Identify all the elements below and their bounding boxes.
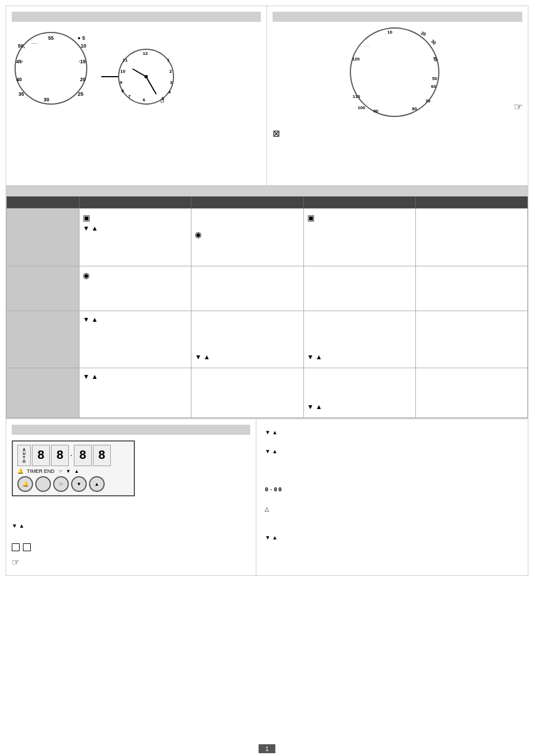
btn-timer-end[interactable] (35, 476, 51, 492)
row1-arrows1: ▼ ▲ (83, 224, 188, 232)
row3-text1 (83, 326, 188, 364)
time-display: 0·00 (265, 487, 283, 493)
row3-text3 (307, 316, 412, 354)
dial-dots: ····· (31, 41, 38, 46)
bell-sym: △ (265, 506, 269, 512)
bottom-row: A U T O 8 8 · 8 8 🔔 TIMER END ☞ ▼ (6, 419, 528, 576)
row4-arrows3: ▼ ▲ (307, 403, 412, 411)
clock-num-4: 4 (168, 90, 171, 95)
dial-label-50: 50, (18, 43, 25, 49)
btn-hand[interactable]: ☞ (53, 476, 69, 492)
clock-arrow-line (101, 76, 118, 77)
row-4-col-4 (416, 368, 528, 418)
row-1-col-2: ◉ (191, 209, 303, 266)
dial-label-10: 10 (81, 43, 86, 49)
small-squares-row (12, 543, 250, 551)
row4-arrows1: ▼ ▲ (83, 373, 188, 381)
row-3-col-1: ▼ ▲ (79, 311, 191, 369)
row1-text1 (83, 238, 188, 261)
digit-2: 8 (51, 445, 69, 466)
digit-sep: · (70, 453, 73, 459)
dial-label-30: 30 (44, 97, 49, 102)
br-line-10 (265, 514, 519, 523)
row4-text2 (195, 373, 299, 403)
row-3-label (7, 311, 79, 369)
panel-left-header (12, 12, 261, 22)
clock-num-1: 1 (167, 58, 170, 63)
bl-text-4 (12, 530, 250, 540)
auto-text: A (22, 448, 25, 452)
row-1-col-4 (416, 209, 528, 266)
row-2-col-4 (416, 266, 528, 311)
br-line-7: 0·00 (265, 485, 519, 495)
timer-end-label: TIMER END (27, 468, 55, 474)
dial-label-40: 40 (16, 77, 22, 82)
clock-num-8: 8 (121, 88, 124, 93)
br-line-1: ▼ ▲ (265, 428, 519, 437)
br-line-9: △ (265, 504, 519, 514)
dial-label-5: 5 (82, 35, 85, 41)
up-arrow-btn-label: ▲ (74, 468, 79, 474)
col-header-2 (191, 196, 303, 209)
row-1-col-1: ▣ ▼ ▲ (79, 209, 191, 266)
bottom-left-header (12, 425, 250, 435)
auto-text3: T (23, 456, 25, 459)
bottom-left-text: ▼ ▲ ☞ (12, 502, 250, 570)
br-arrows-3: ▼ ▲ (265, 534, 278, 541)
hand-icon-bottom: ☞ (12, 555, 250, 570)
minute-dial-container: 55 ● 5 50, 10 45· ·15 40 20 35 25 30 ···… (12, 26, 90, 105)
display-panel: A U T O 8 8 · 8 8 🔔 TIMER END ☞ ▼ (12, 440, 135, 496)
dial-label-20: 20 (80, 77, 86, 82)
temp-10: 10 (387, 30, 392, 35)
dial-label-55: 55 (48, 35, 54, 41)
row-2-label (7, 266, 79, 311)
temp-dial: 10 20 30 40 50 60 70 80 90 100 110 120 ·… (350, 27, 439, 117)
row3-arrows1: ▼ ▲ (83, 316, 188, 323)
temp-40: 40 (432, 55, 438, 62)
br-line-12: ▼ ▲ (265, 533, 519, 542)
row1-icon1: ▣ (83, 213, 188, 222)
hand-icon-label: ☞ (58, 468, 63, 474)
row2-icon1: ◉ (83, 271, 188, 280)
clock-num-2: 2 (170, 69, 172, 74)
clock-center (144, 75, 148, 78)
mid-header (6, 186, 528, 196)
small-square-2 (23, 543, 31, 551)
clock-num-7: 7 (128, 94, 130, 99)
br-line-6 (265, 475, 519, 485)
row-1-col-3: ▣ (304, 209, 416, 266)
temp-80: 80 (412, 106, 417, 111)
row-4-label (7, 368, 79, 418)
dial-label-45: 45· (16, 59, 24, 64)
col-header-1 (79, 196, 191, 209)
clock-num-11: 11 (123, 58, 128, 63)
br-line-4 (265, 456, 519, 466)
temp-dial-container: 10 20 30 40 50 60 70 80 90 100 110 120 ·… (350, 27, 445, 123)
display-buttons-row: 🔔 ☞ ▼ ▲ (17, 476, 129, 492)
bl-text-1 (12, 502, 250, 511)
up-arrow-inline: ▲ (19, 523, 25, 529)
br-line-14 (265, 552, 519, 561)
btn-bell[interactable]: 🔔 (17, 476, 33, 492)
temp-120: 120 (352, 57, 359, 62)
row-4-col-3: ▼ ▲ (304, 368, 416, 418)
row3-arrows3: ▼ ▲ (307, 353, 412, 361)
clock-knob (161, 99, 164, 102)
col-header-3 (304, 196, 416, 209)
bottom-right-text: ▼ ▲ ▼ ▲ 0·00 △ ▼ ▲ (262, 425, 522, 564)
dial-label-35: 35 (18, 91, 24, 97)
clock-num-3: 3 (170, 80, 172, 85)
temp-90: 90 (373, 109, 378, 114)
page-number: 1 (259, 744, 275, 753)
btn-up[interactable]: ▲ (89, 476, 105, 492)
row-3-col-3: ▼ ▲ (304, 311, 416, 369)
btn-down[interactable]: ▼ (71, 476, 87, 492)
row3-text2 (195, 316, 299, 354)
row-2-col-2 (191, 266, 303, 311)
bell-icon-label: 🔔 (17, 468, 24, 474)
clock-num-6: 6 (143, 97, 145, 102)
row1-text2 (195, 239, 299, 245)
row-3-col-2: ▼ ▲ (191, 311, 303, 369)
br-arrows-1: ▼ ▲ (265, 429, 278, 435)
panel-right: 10 20 30 40 50 60 70 80 90 100 110 120 ·… (267, 6, 528, 185)
